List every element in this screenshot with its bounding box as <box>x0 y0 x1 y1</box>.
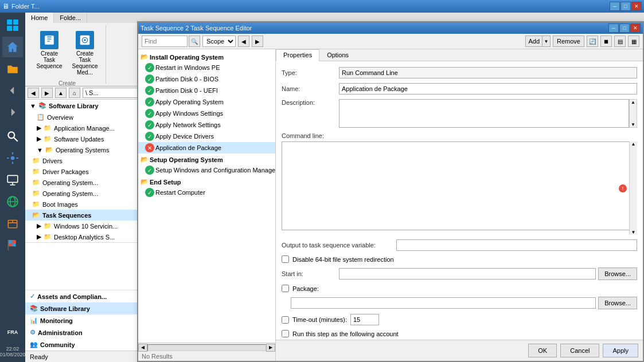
svg-rect-1 <box>13 19 18 25</box>
apply-win-label: Apply Windows Settings <box>155 110 223 117</box>
cancel-button[interactable]: Cancel <box>560 344 599 351</box>
ts-node-apply-win[interactable]: ✓ Apply Windows Settings <box>138 108 275 119</box>
svg-rect-2 <box>7 26 12 31</box>
flag-icon[interactable] <box>2 235 23 255</box>
maximize-button[interactable]: □ <box>620 2 631 11</box>
ts-group-end-setup[interactable]: 📂 End Setup <box>138 177 275 187</box>
ts-node-apply-os[interactable]: ✓ Apply Operating System <box>138 100 275 108</box>
folder-icon[interactable] <box>2 58 23 79</box>
ts-node-apply-drivers[interactable]: ✓ Apply Device Drivers <box>138 131 275 142</box>
monitoring-label: Monitoring <box>40 317 73 324</box>
nav-os[interactable]: ▼ 📂 Operating Systems <box>25 144 139 155</box>
package-icon[interactable] <box>2 213 23 234</box>
end-setup-label: End Setup <box>150 179 181 186</box>
package-input[interactable] <box>291 297 596 309</box>
nav-driver-packages[interactable]: 📁 Driver Packages <box>25 166 139 177</box>
nav-win10[interactable]: ▶ 📁 Windows 10 Servicin... <box>25 221 139 231</box>
nav-os-images[interactable]: 📁 Operating System... <box>25 177 139 188</box>
timeout-input[interactable] <box>350 314 379 325</box>
ts-node-app-package[interactable]: ✕ Application de Package <box>138 142 275 154</box>
svg-point-6 <box>11 156 15 160</box>
command-line-input[interactable] <box>282 141 637 230</box>
nav-boot-images[interactable]: 📁 Boot Images <box>25 199 139 210</box>
apply-button[interactable]: Apply <box>603 344 638 351</box>
admin-label: Administration <box>38 329 83 336</box>
folder-sw-icon: 📁 <box>44 135 52 143</box>
main-layout: FRA 22:02 01/08/2020 Home Folde... <box>0 13 644 362</box>
create-ts-label: Create TaskSequence <box>36 50 63 69</box>
package-checkbox[interactable] <box>282 285 289 292</box>
software-library-header[interactable]: ▼ 📚 Software Library <box>25 100 139 112</box>
tab-folder[interactable]: Folde... <box>54 13 87 23</box>
bottom-nav-sections: ✓ Assets and Complian... 📚 Software Libr… <box>25 290 139 351</box>
nav-sw-updates[interactable]: ▶ 📁 Software Updates <box>25 133 139 144</box>
nav-app-management[interactable]: ▶ 📁 Application Manage... <box>25 123 139 133</box>
home-icon[interactable] <box>2 37 23 57</box>
ts-node-end-setup: 📂 End Setup ✓ Restart Computer <box>138 176 275 199</box>
config-icon[interactable] <box>2 148 23 168</box>
tab-home[interactable]: Home <box>25 13 54 23</box>
nav-drivers[interactable]: 📁 Drivers <box>25 155 139 166</box>
scroll-left-button[interactable]: ◀ <box>138 344 147 351</box>
cmd-scroll-up-icon[interactable]: ▲ <box>630 141 637 147</box>
run-as-checkbox[interactable] <box>282 330 289 337</box>
assets-header[interactable]: ✓ Assets and Complian... <box>25 290 139 302</box>
create-ts-media-button[interactable]: Create TaskSequence Med... <box>69 29 101 78</box>
windows-icon[interactable] <box>2 15 23 36</box>
admin-header[interactable]: ⚙ Administration <box>25 326 139 339</box>
sidebar-bottom: FRA 22:02 01/08/2020 <box>0 322 26 360</box>
community-header[interactable]: 👥 Community <box>25 339 139 351</box>
scroll-down-icon[interactable]: ▼ <box>630 122 637 127</box>
scroll-track[interactable] <box>147 344 266 351</box>
create-ts-media-label: Create TaskSequence Med... <box>71 50 99 76</box>
outer-title-controls: ─ □ ✕ <box>610 2 642 11</box>
nav-task-sequences[interactable]: 📂 Task Sequences <box>25 210 139 221</box>
output-var-input[interactable] <box>396 239 637 251</box>
start-in-input[interactable] <box>339 268 596 280</box>
ts-node-setup-win[interactable]: ✓ Setup Windows and Configuration Manage… <box>138 164 275 176</box>
setup-os-label: Setup Operating System <box>150 156 223 163</box>
description-input[interactable] <box>339 100 629 128</box>
monitor-icon[interactable] <box>2 170 23 190</box>
scroll-up-icon[interactable]: ▲ <box>630 100 637 105</box>
home-nav-button[interactable]: ⌂ <box>69 88 80 98</box>
apply-drivers-label: Apply Device Drivers <box>155 133 214 140</box>
up-button[interactable]: ▲ <box>55 88 67 98</box>
svg-rect-19 <box>12 240 16 243</box>
scroll-right-button[interactable]: ▶ <box>266 344 275 351</box>
ts-tree-content: 📂 Install Operating System ✓ Restart in … <box>138 100 275 343</box>
outer-title-bar: 🖥 Folder T... ─ □ ✕ <box>0 0 644 13</box>
nav-desktop-analytics[interactable]: ▶ 📁 Desktop Analytics S... <box>25 231 139 242</box>
ts-node-apply-net[interactable]: ✓ Apply Network Settings <box>138 119 275 131</box>
monitoring-header[interactable]: 📊 Monitoring <box>25 314 139 326</box>
nav-forward-icon[interactable] <box>2 102 23 123</box>
ts-group-setup-os[interactable]: 📂 Setup Operating System <box>138 155 275 164</box>
ts-props-content: Type: Name: Descriptio <box>276 100 643 340</box>
ts-node-restart-comp[interactable]: ✓ Restart Computer <box>138 187 275 198</box>
timeout-checkbox[interactable] <box>282 316 289 324</box>
search-icon[interactable] <box>2 126 23 147</box>
nav-back-icon[interactable] <box>2 80 23 101</box>
package-browse-button[interactable]: Browse... <box>598 297 637 309</box>
ts-horizontal-scrollbar[interactable]: ◀ ▶ <box>138 343 275 351</box>
minimize-button[interactable]: ─ <box>610 2 620 11</box>
start-in-browse-button[interactable]: Browse... <box>598 267 637 280</box>
package-label: Package: <box>292 285 319 292</box>
ts-editor-window: Task Sequence 2 Task Sequence Editor ─ □… <box>137 100 644 351</box>
forward-button[interactable]: ▶ <box>41 88 53 98</box>
globe-icon[interactable] <box>2 191 23 212</box>
cmd-scroll-down-icon[interactable]: ▼ <box>630 230 637 235</box>
expand-icon: ▼ <box>30 103 36 109</box>
sw-library-nav-header[interactable]: 📚 Software Library <box>25 302 139 314</box>
fra-icon[interactable]: FRA <box>2 322 23 343</box>
folder-app-icon: 📁 <box>44 124 52 132</box>
back-button[interactable]: ◀ <box>28 88 39 98</box>
disable-64bit-checkbox[interactable] <box>282 255 289 263</box>
start-in-label: Start in: <box>282 270 339 277</box>
ok-button[interactable]: OK <box>528 344 557 351</box>
check-ok-icon-5: ✓ <box>145 109 154 118</box>
nav-overview[interactable]: 📋 Overview <box>25 112 139 123</box>
nav-os-pkgs[interactable]: 📁 Operating System... <box>25 188 139 199</box>
create-ts-button[interactable]: Create TaskSequence <box>33 29 65 72</box>
close-button[interactable]: ✕ <box>631 2 642 11</box>
